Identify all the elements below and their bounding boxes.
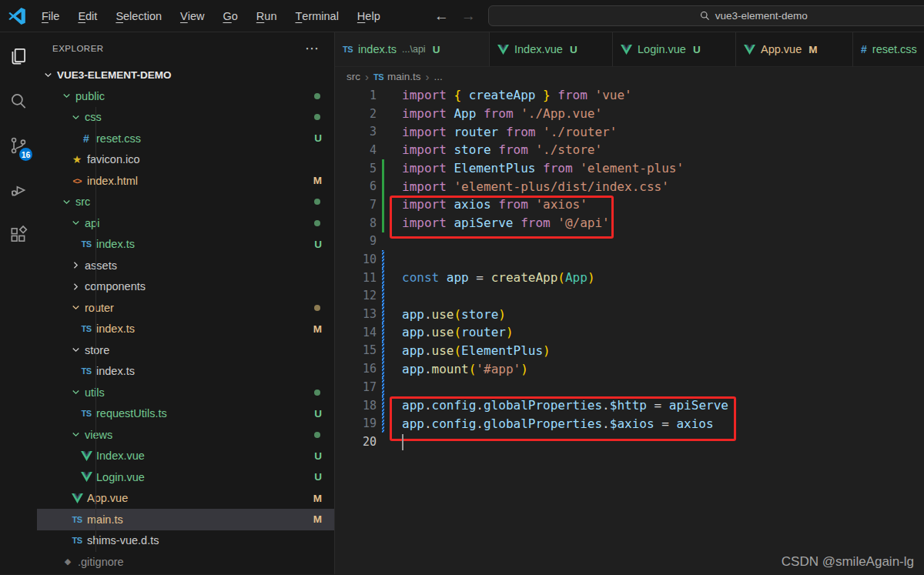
tree-item-index.ts[interactable]: TSindex.tsM [37, 319, 334, 340]
tree-item-public[interactable]: public [37, 85, 334, 107]
tree-item-utils[interactable]: utils [37, 382, 334, 403]
menu-help[interactable]: Help [348, 4, 390, 28]
line-number[interactable]: 14 [335, 326, 377, 339]
line-number[interactable]: 20 [335, 435, 377, 449]
tree-item-src[interactable]: src [37, 192, 334, 213]
git-status-badge: U [314, 408, 322, 420]
line-number[interactable]: 6 [335, 179, 377, 193]
line-number[interactable]: 18 [335, 399, 377, 413]
tab-reset.css[interactable]: #reset.css [853, 32, 924, 66]
tree-item-index.ts[interactable]: TSindex.ts [37, 361, 334, 383]
git-gutter-none [382, 232, 384, 251]
line-number[interactable]: 10 [335, 252, 377, 266]
menu-edit[interactable]: Edit [69, 4, 106, 28]
project-root-folder[interactable]: VUE3-ELEMENT-DEMO [37, 65, 334, 85]
tree-item-router[interactable]: router [37, 297, 334, 319]
code-editor[interactable]: 1import { createApp } from 'vue'2import … [335, 86, 924, 574]
breadcrumb-item-src[interactable]: src [346, 71, 360, 82]
git-status-dot [314, 389, 320, 396]
git-gutter-modified [382, 378, 384, 396]
code-line-17[interactable]: 17 [335, 378, 924, 396]
menu-go[interactable]: Go [213, 4, 246, 28]
tree-item-views[interactable]: views [37, 424, 334, 446]
line-number[interactable]: 4 [335, 143, 377, 157]
back-arrow-icon[interactable]: ← [434, 8, 449, 25]
code-text: app.config.globalProperties.$axios = axi… [402, 416, 714, 431]
line-number[interactable]: 2 [335, 107, 377, 121]
code-line-3[interactable]: 3import router from './router' [335, 122, 924, 141]
code-line-13[interactable]: 13app.use(store) [335, 305, 924, 323]
line-number[interactable]: 13 [335, 307, 377, 321]
git-status-dot [314, 199, 320, 205]
git-status-dot [314, 93, 320, 99]
code-line-11[interactable]: 11const app = createApp(App) [335, 269, 924, 287]
code-line-15[interactable]: 15app.use(ElementPlus) [335, 342, 924, 360]
menu-view[interactable]: View [171, 4, 213, 28]
explorer-icon[interactable] [0, 34, 37, 79]
code-line-4[interactable]: 4import store from './store' [335, 141, 924, 159]
code-line-14[interactable]: 14app.use(router) [335, 323, 924, 342]
code-line-12[interactable]: 12 [335, 287, 924, 306]
tree-item-favicon.ico[interactable]: ★favicon.ico [37, 149, 334, 171]
tree-item-App.vue[interactable]: App.vueM [37, 488, 334, 510]
menu-selection[interactable]: Selection [106, 4, 171, 28]
code-line-18[interactable]: 18app.config.globalProperties.$http = ap… [335, 396, 924, 415]
line-number[interactable]: 3 [335, 125, 377, 139]
menu-run[interactable]: Run [247, 4, 286, 28]
breadcrumb-item-...[interactable]: ... [434, 71, 443, 82]
tab-index.ts[interactable]: TSindex.ts...\apiU [335, 32, 490, 67]
command-center-search[interactable]: vue3-element-demo [488, 5, 924, 26]
line-number[interactable]: 19 [335, 416, 377, 430]
search-sidebar-icon[interactable] [0, 79, 37, 123]
tree-item-index.ts[interactable]: TSindex.tsU [37, 234, 334, 256]
extensions-icon[interactable] [0, 212, 37, 257]
tree-item-requestUtils.ts[interactable]: TSrequestUtils.tsU [37, 403, 334, 425]
code-line-5[interactable]: 5import ElementPlus from 'element-plus' [335, 159, 924, 178]
tree-item-components[interactable]: components [37, 276, 334, 298]
code-line-9[interactable]: 9 [335, 232, 924, 251]
run-debug-icon[interactable] [0, 168, 37, 212]
code-line-8[interactable]: 8import apiServe from '@/api' [335, 214, 924, 232]
code-line-6[interactable]: 6import 'element-plus/dist/index.css' [335, 177, 924, 196]
tree-item-.gitignore[interactable]: ◆.gitignore [37, 551, 334, 573]
explorer-more-actions-icon[interactable]: ⋯ [305, 45, 319, 52]
code-line-2[interactable]: 2import App from './App.vue' [335, 105, 924, 123]
source-control-icon[interactable]: 16 [0, 123, 37, 168]
tree-item-store[interactable]: store [37, 339, 334, 361]
code-line-1[interactable]: 1import { createApp } from 'vue' [335, 86, 924, 105]
line-number[interactable]: 5 [335, 162, 377, 176]
tree-item-css[interactable]: css [37, 107, 334, 129]
tree-item-api[interactable]: api [37, 212, 334, 234]
tree-item-main.ts[interactable]: TSmain.tsM [37, 509, 334, 530]
tree-item-reset.css[interactable]: #reset.cssU [37, 128, 334, 149]
tree-item-shims-vue.d.ts[interactable]: TSshims-vue.d.ts [37, 530, 334, 552]
forward-arrow-icon[interactable]: → [461, 8, 476, 25]
line-number[interactable]: 11 [335, 271, 377, 285]
vscode-logo [8, 7, 26, 25]
code-line-16[interactable]: 16app.mount('#app') [335, 359, 924, 378]
tree-item-assets[interactable]: assets [37, 255, 334, 276]
line-number[interactable]: 8 [335, 216, 377, 230]
code-line-7[interactable]: 7import axios from 'axios' [335, 196, 924, 214]
code-line-20[interactable]: 20 [335, 433, 924, 451]
menu-file[interactable]: File [32, 4, 69, 28]
code-line-10[interactable]: 10 [335, 250, 924, 269]
line-number[interactable]: 17 [335, 380, 377, 394]
tab-Login.vue[interactable]: Login.vueU [613, 32, 736, 66]
git-gutter-modified [382, 359, 384, 378]
tab-App.vue[interactable]: App.vueM [736, 32, 853, 66]
tree-item-Login.vue[interactable]: Login.vueU [37, 466, 334, 488]
tab-Index.vue[interactable]: Index.vueU [490, 32, 613, 66]
code-line-19[interactable]: 19app.config.globalProperties.$axios = a… [335, 414, 924, 433]
tree-item-index.html[interactable]: <>index.htmlM [37, 170, 334, 192]
tree-item-Index.vue[interactable]: Index.vueU [37, 446, 334, 467]
line-number[interactable]: 16 [335, 362, 377, 376]
line-number[interactable]: 9 [335, 234, 377, 248]
line-number[interactable]: 12 [335, 289, 377, 303]
menu-terminal[interactable]: Terminal [286, 4, 347, 28]
line-number[interactable]: 7 [335, 198, 377, 212]
line-number[interactable]: 1 [335, 89, 377, 102]
breadcrumb-item-main.ts[interactable]: TSmain.ts [373, 71, 421, 82]
git-gutter-none [382, 141, 384, 159]
line-number[interactable]: 15 [335, 343, 377, 357]
